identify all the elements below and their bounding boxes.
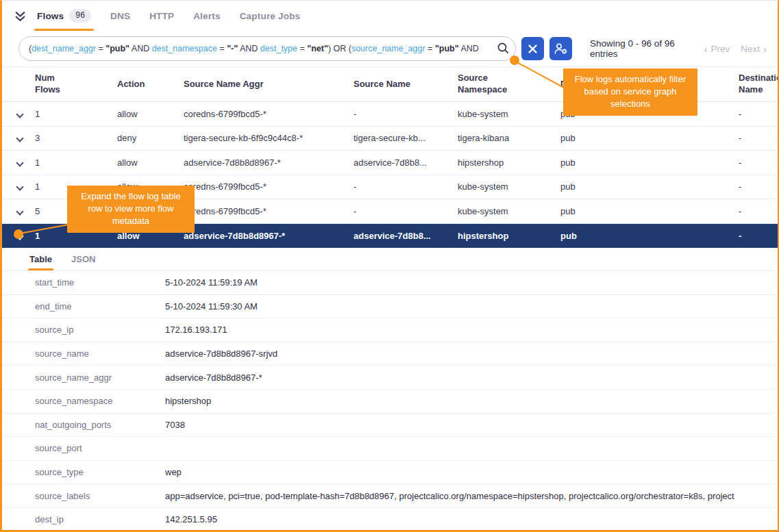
detail-row: end_time5-10-2024 11:59:30 AM [2,295,778,319]
nav-tabs: Flows96DNSHTTPAlertsCapture Jobs [37,1,300,31]
cell-destination-name: - [739,206,778,216]
search-icon[interactable] [494,41,510,56]
query-segment: ) OR ( [328,44,351,53]
cell-source-name: - [354,206,458,216]
expand-chevron-icon[interactable] [2,157,35,168]
query-segment: = [425,44,435,53]
cell-destination-name: - [739,231,778,241]
query-segment: "-" [227,44,238,53]
cell-source-name-aggr: adservice-7d8b8d8967-* [184,157,354,168]
detail-row: source_typewep [2,461,778,485]
tab-http[interactable]: HTTP [149,1,174,31]
detail-key: source_name_aggr [35,372,165,383]
cell-source-name: - [354,109,458,119]
detail-value: hipstershop [165,396,778,406]
tab-capture-jobs[interactable]: Capture Jobs [240,1,301,31]
detail-key: source_labels [35,491,165,501]
detail-value: wep [165,467,778,477]
detail-value: adservice-7d8b8d8967-* [165,372,778,383]
expand-chevron-icon[interactable] [2,109,35,119]
tab-alerts[interactable]: Alerts [193,1,220,31]
detail-key: start_time [35,277,165,288]
cell-source-name: adservice-7d8b8... [354,231,458,241]
column-header[interactable]: Destination Name [739,73,778,96]
cell-dest-name-aggr: pub [560,181,739,192]
prev-button[interactable]: ‹Prev [704,43,730,55]
flow-detail-panel: TableJSON start_time5-10-2024 11:59:19 A… [2,248,778,532]
tab-dns[interactable]: DNS [110,1,130,31]
query-segment: "pub" [435,44,459,53]
next-chevron-icon: › [763,43,767,55]
flows-count-badge: 96 [69,9,91,23]
cell-num-flows: 1 [35,109,117,119]
cell-source-name: - [354,181,458,192]
next-button[interactable]: Next› [741,43,767,55]
detail-row: source_nameadservice-7d8b8d8967-srjvd [2,342,778,366]
filter-row: (dest_name_aggr = "pub" AND dest_namespa… [2,31,778,66]
detail-key: dest_ip [35,514,165,524]
expand-chevron-icon[interactable] [2,181,35,192]
expand-chevron-icon[interactable] [2,133,35,143]
tooltip-expand-tip: Expand the flow log table row to view mo… [67,186,195,233]
query-segment: dest_name_aggr [32,44,96,53]
detail-value: 142.251.5.95 [165,514,778,524]
cell-dest-name-aggr: pub [560,231,739,241]
query-text: (dest_name_aggr = "pub" AND dest_namespa… [29,44,479,53]
filter-settings-button[interactable] [549,37,572,60]
detail-value: 5-10-2024 11:59:30 AM [165,301,778,312]
query-segment: AND [129,44,152,53]
column-header[interactable]: Source Name [354,79,458,90]
cell-destination-name: - [739,181,778,192]
detail-row: source_port [2,437,778,461]
tab-label: HTTP [149,11,174,21]
tab-label: Flows [37,11,64,21]
cell-source-namespace: hipstershop [458,231,560,241]
prev-chevron-icon: ‹ [704,43,707,55]
detail-tab-json[interactable]: JSON [71,248,95,270]
detail-value: adservice-7d8b8d8967-srjvd [165,349,778,359]
table-row[interactable]: 3denytigera-secure-kb-6f9c9c44c8-*tigera… [2,127,778,151]
tab-label: DNS [110,11,130,21]
detail-table: start_time5-10-2024 11:59:19 AMend_time5… [2,271,778,532]
table-row[interactable]: 1allowadservice-7d8b8d8967-*adservice-7d… [2,151,778,175]
cell-num-flows: 3 [35,133,117,143]
cell-destination-name: - [739,157,778,168]
detail-value: 7038 [165,420,778,430]
detail-key: source_ip [35,325,165,335]
cell-dest-name-aggr: pub [560,157,739,168]
collapse-panel-icon[interactable] [14,10,26,22]
detail-row: source_namespacehipstershop [2,390,778,414]
cell-source-name-aggr: coredns-6799fbcd5-* [184,181,354,192]
cell-destination-name: - [739,133,778,143]
expand-chevron-icon[interactable] [2,206,35,216]
flow-logs-page: Flows96DNSHTTPAlertsCapture Jobs (dest_n… [0,0,779,532]
cell-source-name-aggr: coredns-6799fbcd5-* [184,109,354,119]
detail-key: source_type [35,467,165,477]
tab-flows[interactable]: Flows96 [37,1,91,31]
query-segment: = [96,44,106,53]
cell-source-name: tigera-secure-kb... [354,133,458,143]
detail-value: 172.16.193.171 [165,325,778,335]
tooltip-filter-tip: Flow logs automatically filter based on … [563,68,697,116]
detail-key: end_time [35,301,165,312]
detail-key: source_name [35,349,165,359]
query-segment: = [217,44,227,53]
detail-tab-table[interactable]: Table [29,248,52,270]
cell-source-name-aggr: tigera-secure-kb-6f9c9c44c8-* [184,133,354,143]
filter-query-input[interactable]: (dest_name_aggr = "pub" AND dest_namespa… [18,36,516,61]
cell-action: deny [117,133,184,143]
cell-source-namespace: kube-system [458,181,560,192]
prev-label: Prev [710,44,730,54]
detail-key: source_namespace [35,396,165,406]
cell-source-namespace: hipstershop [458,157,560,168]
expand-chevron-icon[interactable] [2,231,35,241]
column-header[interactable]: Action [117,79,184,90]
column-header[interactable]: Source Name Aggr [184,79,354,90]
query-segment: source_name_aggr [351,44,425,53]
clear-filter-button[interactable] [521,37,544,60]
column-header[interactable]: Num Flows [35,73,71,96]
query-segment: AND [459,44,479,53]
query-segment: = [297,44,307,53]
detail-row: nat_outgoing_ports7038 [2,414,778,438]
column-header[interactable]: Source Namespace [458,73,521,96]
